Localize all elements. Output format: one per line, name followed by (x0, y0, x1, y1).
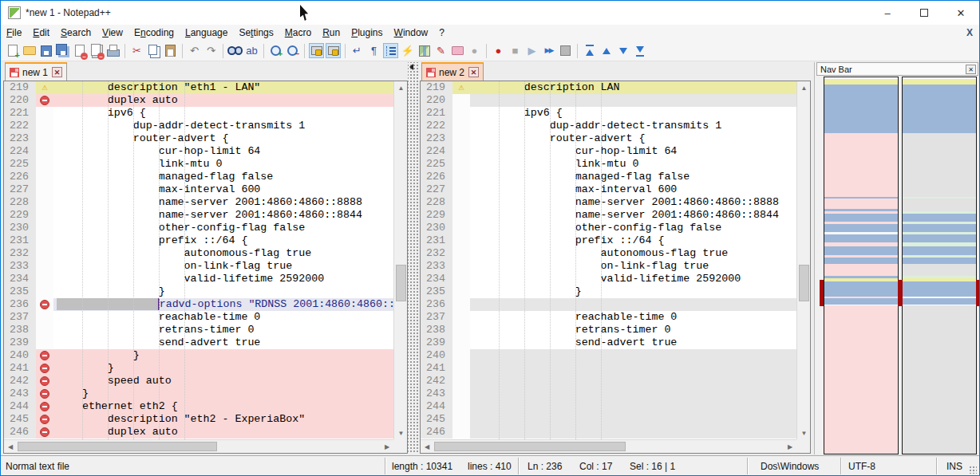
menu-close-document-button[interactable]: X (966, 27, 973, 38)
code-line[interactable]: 220 (421, 94, 796, 107)
code-line[interactable]: 225 link-mtu 0 (4, 158, 393, 171)
code-line[interactable]: 230 other-config-flag false (4, 222, 393, 234)
scroll-up-icon[interactable]: ▲ (797, 81, 811, 94)
cut-icon[interactable]: ✂ (129, 43, 144, 58)
code-line[interactable]: 246 (421, 426, 796, 439)
code-line[interactable]: 240 } (4, 349, 393, 362)
pane-splitter[interactable] (408, 62, 420, 454)
find-icon[interactable] (227, 43, 243, 58)
nav-bar-close-icon[interactable]: ✕ (966, 65, 976, 74)
code-line[interactable]: 224 cur-hop-limit 64 (421, 145, 796, 158)
maximize-button[interactable] (906, 1, 942, 25)
code-line[interactable]: 240 (421, 349, 796, 362)
menu-item-search[interactable]: Search (55, 26, 97, 40)
macro-record-icon[interactable]: ● (491, 43, 506, 58)
status-encoding[interactable]: UTF-8 (848, 461, 875, 472)
code-line[interactable]: 234 valid-lifetime 2592000 (4, 273, 393, 285)
redo-icon[interactable]: ↷ (204, 43, 219, 58)
code-line[interactable]: 237 reachable-time 0 (4, 311, 393, 324)
nav-map-right-file[interactable] (902, 77, 977, 454)
code-line[interactable]: 239 send-advert true (4, 336, 393, 349)
code-line[interactable]: 230 other-config-flag false (421, 222, 796, 234)
function-list-icon[interactable]: ⚡ (400, 43, 415, 58)
code-line[interactable]: 231 prefix ::/64 { (421, 234, 796, 247)
code-line[interactable]: 235 } (421, 285, 796, 298)
code-line[interactable]: 235 } (4, 285, 393, 298)
project-folder-icon[interactable] (450, 43, 465, 58)
scroll-right-icon[interactable]: ▶ (784, 440, 796, 453)
zoom-in-icon[interactable] (268, 43, 283, 58)
monitoring-icon[interactable]: ● (467, 43, 482, 58)
tab-close-icon[interactable]: ✕ (52, 67, 62, 77)
tab-new-2[interactable]: new 2 ✕ (421, 62, 484, 81)
code-line[interactable]: 223 router-advert { (421, 132, 796, 145)
tab-new-1[interactable]: new 1 ✕ (5, 62, 67, 81)
code-line[interactable]: 243 } (4, 387, 393, 400)
nav-map-left-file[interactable] (824, 77, 899, 454)
new-file-icon[interactable] (5, 43, 20, 58)
code-line[interactable]: 222 dup-addr-detect-transmits 1 (4, 120, 393, 132)
code-line[interactable]: 245 (421, 413, 796, 426)
sync-scroll-v-icon[interactable] (309, 43, 324, 58)
code-line[interactable]: 246 duplex auto (4, 426, 393, 439)
code-line[interactable]: 229 name-server 2001:4860:4860::8844 (4, 209, 393, 222)
code-line[interactable]: 244 (421, 400, 796, 413)
scroll-down-icon[interactable]: ▼ (797, 427, 811, 439)
menu-item-edit[interactable]: Edit (27, 26, 55, 40)
code-line[interactable]: 228 name-server 2001:4860:4860::8888 (421, 196, 796, 209)
compare-next-diff-icon[interactable] (615, 43, 630, 58)
menu-item-plugins[interactable]: Plugins (346, 26, 388, 40)
code-line[interactable]: 227 max-interval 600 (4, 183, 393, 196)
paste-icon[interactable] (163, 43, 178, 58)
close-button[interactable]: ✕ (942, 1, 979, 25)
code-line[interactable]: 219⚠ description LAN (421, 81, 796, 94)
code-line[interactable]: 241 } (4, 362, 393, 375)
vertical-scroll-thumb[interactable] (799, 265, 809, 301)
vertical-scrollbar-left[interactable]: ▲ ▼ (393, 81, 407, 439)
code-line[interactable]: 227 max-interval 600 (421, 183, 796, 196)
scroll-down-icon[interactable]: ▼ (394, 427, 408, 439)
code-line[interactable]: 219⚠ description "eth1 - LAN" (4, 81, 393, 94)
close-doc-icon[interactable] (72, 43, 87, 58)
code-line[interactable]: 221 ipv6 { (4, 107, 393, 120)
code-line[interactable]: 231 prefix ::/64 { (4, 234, 393, 247)
horizontal-scrollbar-left[interactable]: ◀ ▶ (4, 439, 393, 453)
code-line[interactable]: 229 name-server 2001:4860:4860::8844 (421, 209, 796, 222)
macro-save-icon[interactable] (558, 43, 573, 58)
code-line[interactable]: 243 (421, 387, 796, 400)
compare-last-diff-icon[interactable] (632, 43, 647, 58)
code-area-left[interactable]: 219⚠ description "eth1 - LAN"220 duplex … (4, 81, 393, 439)
menu-item-settings[interactable]: Settings (233, 26, 279, 40)
save-icon[interactable] (38, 43, 53, 58)
splitter-collapse-icon[interactable] (409, 64, 413, 70)
code-line[interactable]: 224 cur-hop-limit 64 (4, 145, 393, 158)
code-line[interactable]: 238 retrans-timer 0 (421, 324, 796, 336)
vertical-scrollbar-right[interactable]: ▲ ▼ (796, 81, 810, 439)
code-line[interactable]: 237 reachable-time 0 (421, 311, 796, 324)
macro-play-icon[interactable]: ▶ (524, 43, 539, 58)
code-line[interactable]: 221 ipv6 { (421, 107, 796, 120)
resize-grip[interactable] (969, 466, 977, 474)
tab-close-icon[interactable]: ✕ (468, 67, 479, 77)
save-all-icon[interactable] (55, 43, 70, 58)
scroll-up-icon[interactable]: ▲ (394, 81, 408, 94)
code-line[interactable]: 245 description "eth2 - ExperiaBox" (4, 413, 393, 426)
scroll-left-icon[interactable]: ◀ (421, 440, 433, 453)
menu-item-language[interactable]: Language (180, 26, 233, 40)
vertical-scroll-thumb[interactable] (396, 265, 406, 301)
status-insert-mode[interactable]: INS (946, 461, 962, 472)
code-line[interactable]: 226 managed-flag false (421, 171, 796, 183)
code-line[interactable]: 233 on-link-flag true (421, 260, 796, 273)
code-line[interactable]: 232 autonomous-flag true (4, 247, 393, 260)
compare-first-diff-icon[interactable] (582, 43, 597, 58)
macro-run-multiple-icon[interactable]: ▶▶ (541, 43, 556, 58)
code-line[interactable]: 238 retrans-timer 0 (4, 324, 393, 336)
menu-item-file[interactable]: File (1, 26, 27, 40)
code-line[interactable]: 222 dup-addr-detect-transmits 1 (421, 120, 796, 132)
code-line[interactable]: 244 ethernet eth2 { (4, 400, 393, 413)
menu-item-window[interactable]: Window (389, 26, 434, 40)
code-line[interactable]: 234 valid-lifetime 2592000 (421, 273, 796, 285)
menu-item-run[interactable]: Run (317, 26, 346, 40)
scroll-left-icon[interactable]: ◀ (4, 440, 17, 453)
menu-item-[interactable]: ? (433, 26, 450, 40)
